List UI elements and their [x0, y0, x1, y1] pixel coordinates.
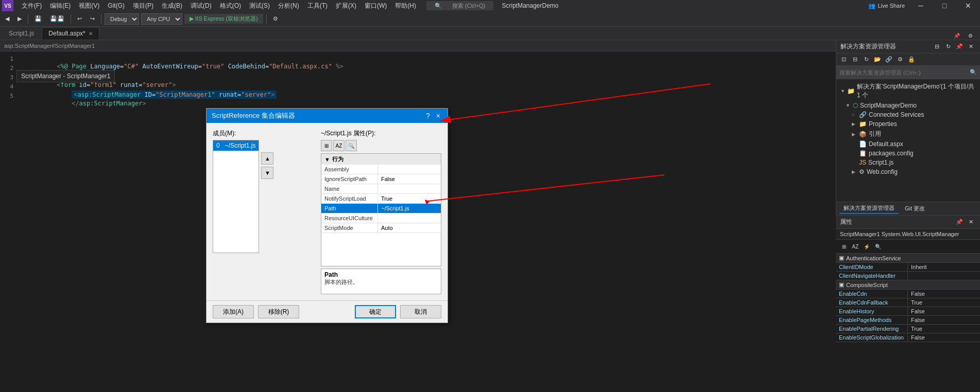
dialog-right-section: ~/Script1.js 属性(P): ⊞ AZ 🔍 ▼ 行为 Assembly [321, 129, 441, 294]
cpu-mode-select[interactable]: Any CPU [141, 13, 182, 25]
dialog-scriptreference[interactable]: ScriptReference 集合编辑器 ? × 成员(M): 0 ~/Scr… [206, 108, 448, 323]
tree-solution-root[interactable]: ▼ 📁 解决方案'ScriptManagerDemo'(1 个项目/共 1 个 [836, 81, 980, 101]
maximize-btn[interactable]: □ [933, 0, 956, 11]
toolbar-undo-btn[interactable]: ↩ [74, 14, 85, 23]
menu-format[interactable]: 格式(O) [216, 1, 245, 11]
pp-row-enablescriptglobal: EnableScriptGlobalization False [836, 333, 980, 342]
tab-settings-btn[interactable]: ⚙ [965, 32, 976, 40]
pk-notifyscriptload: NotifyScriptLoad [321, 194, 378, 203]
menu-help[interactable]: 帮助(H) [391, 1, 420, 11]
se-tool4[interactable]: 📂 [872, 55, 883, 65]
pp-alpha-btn[interactable]: AZ [850, 241, 861, 252]
menu-debug[interactable]: 调试(D) [186, 1, 216, 11]
props-row-path[interactable]: Path ~/Script1.js [321, 204, 441, 213]
tree-script1js[interactable]: JS Script1.js [836, 158, 980, 167]
menu-view[interactable]: 视图(V) [75, 1, 104, 11]
props-category-btn[interactable]: ⊞ [321, 140, 332, 151]
menu-file[interactable]: 文件(F) [18, 1, 46, 11]
pp-val-enablepartialrendering: True [908, 325, 980, 333]
se-search-input[interactable] [839, 69, 970, 76]
pp-row-enablecdnfallback: EnableCdnFallback True [836, 298, 980, 307]
menu-analyze[interactable]: 分析(N) [274, 1, 303, 11]
tree-default-aspx[interactable]: 📄 Default.aspx [836, 139, 980, 149]
dialog-help-btn[interactable]: ? [424, 112, 432, 120]
menu-edit[interactable]: 编辑(E) [46, 1, 75, 11]
props-search-btn[interactable]: 🔍 [346, 140, 357, 151]
menu-project[interactable]: 项目(P) [129, 1, 158, 11]
pp-events-btn[interactable]: ⚡ [862, 241, 872, 252]
dialog-left-section: 成员(M): 0 ~/Script1.js ▲ ▼ [213, 129, 316, 294]
se-pin-btn[interactable]: 📌 [954, 42, 965, 52]
se-tool1[interactable]: ⊡ [838, 55, 849, 65]
auth-arrow: ▣ [839, 255, 844, 261]
tree-project[interactable]: ▼ ⬡ ScriptManagerDemo [836, 101, 980, 110]
pk-scriptmode: ScriptMode [321, 223, 378, 233]
toolbar-fwd-btn[interactable]: ▶ [14, 14, 25, 23]
toolbar-saveall-btn[interactable]: 💾💾 [47, 14, 67, 23]
member-item-0[interactable]: 0 ~/Script1.js [213, 140, 259, 151]
debug-mode-select[interactable]: Debug [105, 13, 139, 25]
props-alpha-btn[interactable]: AZ [333, 140, 345, 151]
se-search-icon: 🔍 [970, 69, 977, 76]
tab-defaultaspx-close[interactable]: ✕ [89, 31, 93, 37]
props-row-notifyscriptload: NotifyScriptLoad True [321, 194, 441, 204]
se-tool7[interactable]: 🔒 [906, 55, 917, 65]
tree-properties[interactable]: ▶ 📁 Properties [836, 119, 980, 129]
toolbar-back-btn[interactable]: ◀ [2, 14, 12, 23]
footer-tab-se[interactable]: 解决方案资源管理器 [839, 203, 899, 214]
se-tool2[interactable]: ⊟ [850, 55, 860, 65]
pp-close-btn[interactable]: ✕ [966, 217, 976, 227]
tab-defaultaspx[interactable]: Default.aspx* ✕ [42, 27, 99, 40]
tree-references[interactable]: ▶ 📦 引用 [836, 129, 980, 139]
dialog-close-btn[interactable]: × [434, 112, 442, 120]
arrow-down-btn[interactable]: ▼ [261, 167, 273, 179]
close-btn[interactable]: ✕ [956, 0, 980, 11]
remove-btn[interactable]: 移除(R) [258, 305, 299, 318]
add-btn[interactable]: 添加(A) [213, 305, 254, 318]
toolbar-save-btn[interactable]: 💾 [31, 14, 45, 23]
confirm-btn[interactable]: 确定 [355, 305, 396, 318]
toolbar-more-btn[interactable]: ⚙ [270, 14, 281, 23]
menu-tools[interactable]: 工具(T) [303, 1, 332, 11]
menu-window[interactable]: 窗口(W) [360, 1, 391, 11]
run-btn[interactable]: ▶ IIS Express (双核浏览器) [184, 14, 263, 24]
footer-tab-git[interactable]: Git 更改 [901, 204, 929, 213]
main-layout: asp:ScriptManager#ScriptManager1 ScriptM… [0, 40, 980, 392]
aspx-icon: 📄 [859, 140, 867, 148]
properties-panel: 属性 📌 ✕ ScriptManager1 System.Web.UI.Scri… [836, 215, 980, 392]
se-refresh-btn[interactable]: ↻ [943, 42, 953, 52]
menu-git[interactable]: Git(G) [104, 1, 129, 10]
smart-tag-popup[interactable]: ScriptManager - ScriptManager1 [16, 70, 115, 82]
arrow-up-btn[interactable]: ▲ [261, 152, 273, 165]
minimize-btn[interactable]: ─ [909, 0, 933, 11]
js-icon: JS [859, 159, 866, 166]
tree-packages-config[interactable]: 📋 packages.config [836, 149, 980, 158]
scriptmanager-tag[interactable]: <asp:ScriptManager ID="ScriptManager1" r… [72, 91, 277, 99]
menu-bar: 文件(F) 编辑(E) 视图(V) Git(G) 项目(P) 生成(B) 调试(… [15, 0, 864, 11]
tree-web-config[interactable]: ▶ ⚙ Web.config [836, 167, 980, 176]
menu-extensions[interactable]: 扩展(X) [332, 1, 360, 11]
live-share-label[interactable]: Live Share [878, 3, 905, 9]
member-list[interactable]: 0 ~/Script1.js [213, 140, 259, 253]
app-title: ScriptManagerDemo [497, 2, 562, 9]
pp-search-btn[interactable]: 🔍 [873, 241, 883, 252]
se-tool6[interactable]: ⚙ [895, 55, 905, 65]
dialog-title-bar: ScriptReference 集合编辑器 ? × [207, 109, 448, 123]
menu-build[interactable]: 生成(B) [158, 1, 186, 11]
cancel-btn[interactable]: 取消 [400, 305, 441, 318]
menu-test[interactable]: 测试(S) [245, 1, 274, 11]
pp-pin-btn[interactable]: 📌 [954, 217, 965, 227]
se-tool5[interactable]: 🔗 [884, 55, 894, 65]
tab-pin-btn[interactable]: 📌 [951, 32, 963, 40]
props-panel-grid: ▣ AuthenticationService ClientIDMode Inh… [836, 254, 980, 392]
auth-section-label: AuthenticationService [846, 255, 901, 261]
tree-connected-services[interactable]: ○ 🔗 Connected Services [836, 110, 980, 119]
se-collapse-btn[interactable]: ⊟ [932, 42, 942, 52]
solution-label: 解决方案'ScriptManagerDemo'(1 个项目/共 1 个 [857, 82, 976, 100]
se-toolbar: ⊡ ⊟ ↻ 📂 🔗 ⚙ 🔒 [836, 54, 980, 66]
toolbar-redo-btn[interactable]: ↪ [87, 14, 98, 23]
tab-script1js[interactable]: Script1.js [2, 27, 41, 40]
se-close-btn[interactable]: ✕ [966, 42, 976, 52]
pp-category-btn[interactable]: ⊞ [839, 241, 849, 252]
se-tool3[interactable]: ↻ [861, 55, 871, 65]
